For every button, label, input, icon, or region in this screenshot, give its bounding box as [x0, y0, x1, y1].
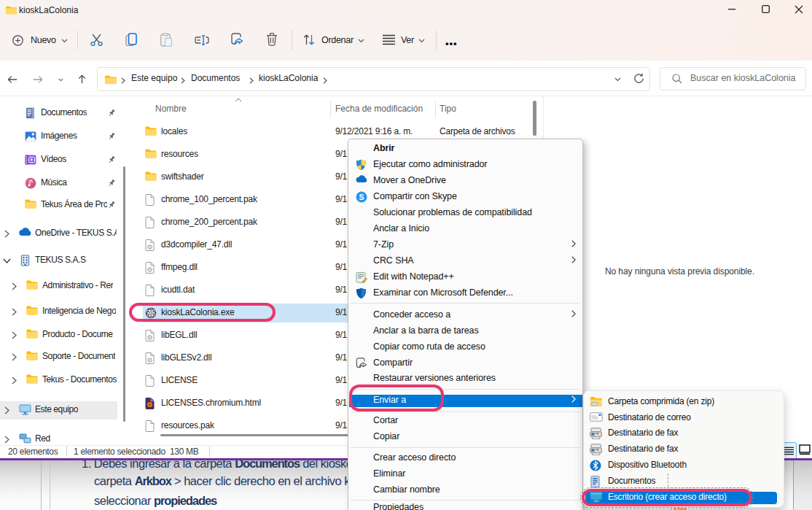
- svg-text:S: S: [359, 193, 364, 201]
